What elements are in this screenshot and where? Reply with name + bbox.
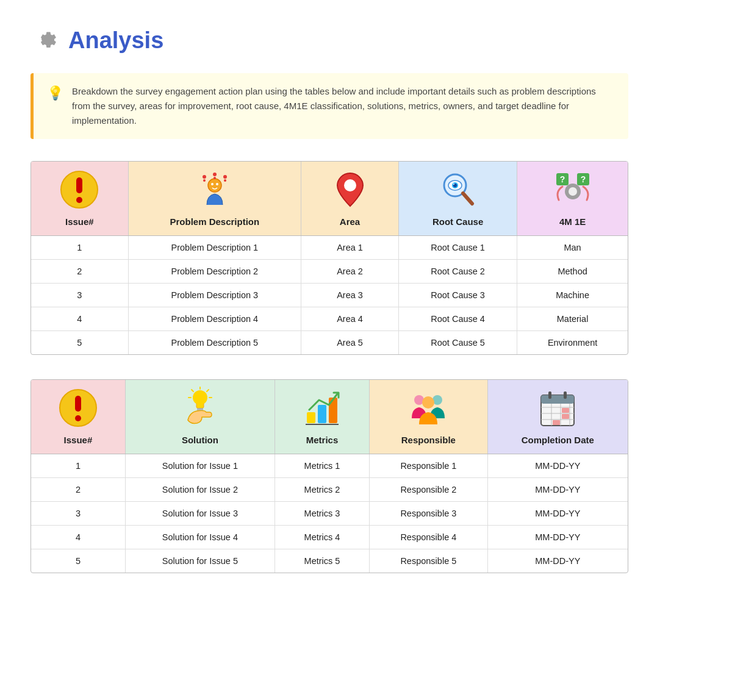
- svg-point-12: [344, 179, 356, 191]
- person-thinking-icon: [193, 168, 237, 212]
- table-cell-solution: Solution for Issue 2: [125, 478, 274, 502]
- svg-rect-46: [564, 391, 567, 399]
- svg-point-20: [569, 187, 577, 196]
- table2-body: 1Solution for Issue 1Metrics 1Responsibl…: [31, 454, 628, 573]
- table-cell-metrics: Metrics 3: [274, 502, 369, 526]
- col-issue-label: Issue#: [65, 216, 94, 227]
- table-cell-rootcause: Root Cause 3: [399, 284, 517, 307]
- table1: Issue#: [31, 162, 628, 354]
- table-cell-area: Area 3: [301, 284, 398, 307]
- table-row: 1Solution for Issue 1Metrics 1Responsibl…: [31, 454, 628, 478]
- table-cell-responsible: Responsible 5: [370, 549, 487, 573]
- exclamation-icon: [57, 168, 101, 212]
- col-responsible-header: Responsible: [370, 380, 487, 454]
- svg-point-42: [422, 396, 434, 409]
- table-cell-metrics: Metrics 1: [274, 454, 369, 478]
- table-row: 5Solution for Issue 5Metrics 5Responsibl…: [31, 549, 628, 573]
- table-cell-issue: 3: [31, 502, 125, 526]
- table-cell-metrics: Metrics 4: [274, 526, 369, 549]
- table-row: 3Solution for Issue 3Metrics 3Responsibl…: [31, 502, 628, 526]
- col-solution-label: Solution: [182, 435, 218, 445]
- col-4m1e-header: ? ? 4M 1E: [517, 162, 628, 236]
- svg-rect-36: [307, 412, 315, 423]
- svg-point-4: [211, 183, 214, 185]
- col-issue-header: Issue#: [31, 162, 128, 236]
- table1-body: 1Problem Description 1Area 1Root Cause 1…: [31, 236, 628, 355]
- table-row: 4Problem Description 4Area 4Root Cause 4…: [31, 307, 628, 331]
- col2-issue-header: Issue#: [31, 380, 125, 454]
- table-cell-completion: MM-DD-YY: [487, 478, 628, 502]
- lightbulb-hand-icon: [178, 386, 222, 430]
- svg-point-10: [213, 173, 217, 176]
- table-cell-rootcause: Root Cause 4: [399, 307, 517, 331]
- table-row: 1Problem Description 1Area 1Root Cause 1…: [31, 236, 628, 260]
- col-completion-header: Completion Date: [487, 380, 628, 454]
- table-cell-completion: MM-DD-YY: [487, 454, 628, 478]
- table-cell-4m1e: Man: [517, 236, 628, 260]
- col-metrics-label: Metrics: [306, 435, 339, 445]
- table-cell-issue: 4: [31, 307, 128, 331]
- svg-point-27: [75, 415, 81, 421]
- col-completion-label: Completion Date: [522, 435, 594, 445]
- table2: Issue#: [31, 380, 628, 573]
- table-cell-area: Area 2: [301, 260, 398, 284]
- svg-rect-1: [76, 177, 82, 193]
- col-responsible-label: Responsible: [401, 435, 456, 445]
- svg-point-6: [203, 175, 206, 179]
- map-pin-icon: [328, 168, 372, 212]
- svg-rect-37: [318, 405, 326, 423]
- table-cell-responsible: Responsible 4: [370, 526, 487, 549]
- table-cell-completion: MM-DD-YY: [487, 549, 628, 573]
- svg-point-9: [224, 179, 226, 182]
- table-cell-solution: Solution for Issue 5: [125, 549, 274, 573]
- table-row: 2Problem Description 2Area 2Root Cause 2…: [31, 260, 628, 284]
- table-cell-metrics: Metrics 5: [274, 549, 369, 573]
- table-cell-issue: 2: [31, 478, 125, 502]
- table-cell-responsible: Responsible 1: [370, 454, 487, 478]
- table1-wrapper: Issue#: [30, 161, 628, 355]
- svg-text:?: ?: [559, 174, 565, 184]
- svg-point-11: [214, 177, 216, 179]
- group-people-icon: [406, 386, 450, 430]
- table-cell-rootcause: Root Cause 2: [399, 260, 517, 284]
- table-cell-issue: 3: [31, 284, 128, 307]
- svg-rect-54: [562, 414, 569, 419]
- col-rootcause-header: Root Cause: [399, 162, 517, 236]
- table2-wrapper: Issue#: [30, 379, 628, 573]
- page-header: Analysis: [30, 24, 702, 56]
- col-problem-header: Problem Description: [128, 162, 301, 236]
- svg-point-7: [203, 179, 206, 182]
- svg-point-8: [223, 175, 227, 179]
- svg-rect-53: [562, 408, 569, 413]
- col2-issue-label: Issue#: [64, 435, 93, 445]
- table-cell-4m1e: Machine: [517, 284, 628, 307]
- table-cell-rootcause: Root Cause 1: [399, 236, 517, 260]
- svg-rect-55: [553, 420, 560, 425]
- col-4m1e-label: 4M 1E: [559, 216, 586, 227]
- table-cell-4m1e: Material: [517, 307, 628, 331]
- table-row: 4Solution for Issue 4Metrics 4Responsibl…: [31, 526, 628, 549]
- svg-rect-38: [329, 398, 337, 423]
- col-problem-label: Problem Description: [170, 216, 259, 227]
- exclamation2-icon: [56, 386, 100, 430]
- table-cell-solution: Solution for Issue 3: [125, 502, 274, 526]
- svg-line-18: [463, 193, 472, 204]
- svg-point-28: [193, 390, 207, 405]
- table-cell-solution: Solution for Issue 4: [125, 526, 274, 549]
- svg-point-2: [76, 197, 82, 203]
- svg-line-33: [192, 390, 193, 391]
- table-cell-responsible: Responsible 3: [370, 502, 487, 526]
- table-row: 2Solution for Issue 2Metrics 2Responsibl…: [31, 478, 628, 502]
- col-metrics-header: Metrics: [274, 380, 369, 454]
- col-area-header: Area: [301, 162, 398, 236]
- table-cell-issue: 5: [31, 549, 125, 573]
- svg-rect-44: [541, 395, 574, 404]
- svg-rect-45: [548, 391, 551, 399]
- table-cell-completion: MM-DD-YY: [487, 526, 628, 549]
- info-box: 💡 Breakdown the survey engagement action…: [30, 73, 628, 139]
- page-title: Analysis: [68, 27, 163, 54]
- bulb-icon: 💡: [47, 85, 63, 101]
- table-cell-problem: Problem Description 4: [128, 307, 301, 331]
- table-cell-problem: Problem Description 5: [128, 331, 301, 355]
- table-cell-area: Area 1: [301, 236, 398, 260]
